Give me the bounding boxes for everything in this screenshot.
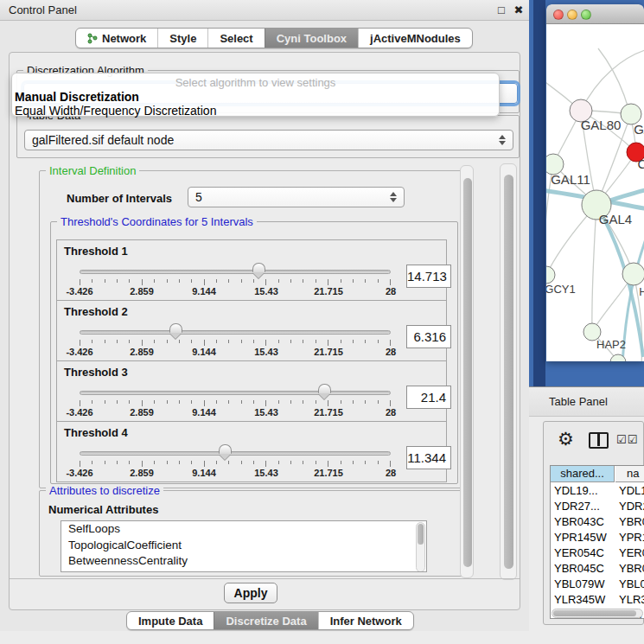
cell-shared-name: YER054C (554, 545, 604, 561)
scale-label: 9.144 (192, 286, 216, 296)
table-horizontal-scrollbar[interactable] (552, 609, 643, 618)
tab-cyni-toolbox[interactable]: Cyni Toolbox (265, 29, 358, 48)
table-row[interactable]: YBR043CYBR0 (551, 514, 644, 530)
minimize-traffic-light-icon[interactable] (567, 10, 577, 20)
column-header-shared[interactable]: shared... (551, 466, 615, 482)
scale-label: 28 (386, 347, 396, 357)
cell-name: YBL0 (619, 577, 644, 592)
threshold-slider-thumb[interactable] (252, 263, 265, 278)
scale-label: 2.859 (130, 286, 154, 296)
tab-style[interactable]: Style (157, 29, 207, 48)
apply-button[interactable]: Apply (224, 583, 277, 603)
threshold-slider-track[interactable] (80, 270, 391, 274)
attributes-group-label: Attributes to discretize (46, 484, 163, 497)
table-row[interactable]: YDL19...YDL1 (551, 483, 644, 499)
tab-select[interactable]: Select (207, 29, 264, 48)
scale-label: -3.426 (66, 347, 92, 357)
gear-icon[interactable]: ⚙ (558, 429, 574, 450)
numerical-attributes-list[interactable]: SelfLoopsTopologicalCoefficientBetweenne… (61, 520, 427, 572)
cell-shared-name: YBR043C (554, 514, 604, 530)
threshold-value-field[interactable]: 6.316 (406, 325, 451, 348)
scale-label: 21.715 (314, 286, 343, 296)
bottom-tab-impute-data[interactable]: Impute Data (127, 612, 214, 629)
checkbox-checked-icons[interactable]: ☑☑ (616, 433, 638, 446)
algorithm-dropdown-popup: Select algorithm to view settings Manual… (11, 73, 500, 117)
scale-label: -3.426 (66, 407, 92, 418)
scale-label: 21.715 (314, 407, 343, 418)
interval-definition-label: Interval Definition (46, 164, 139, 177)
slider-ticks (80, 340, 391, 347)
threshold-slider-track[interactable] (80, 391, 391, 395)
network-edge[interactable] (581, 50, 644, 111)
stepper-arrows-icon[interactable] (390, 192, 397, 202)
bottom-tab-infer-network[interactable]: Infer Network (318, 612, 413, 629)
attribute-item[interactable]: BetweennessCentrality (61, 553, 426, 570)
threshold-value-field[interactable]: 11.344 (406, 446, 451, 469)
tab-network[interactable]: Network (76, 29, 157, 48)
threshold-label: Threshold 4 (64, 426, 128, 439)
network-window-titlebar (546, 4, 644, 24)
threshold-slider-thumb[interactable] (219, 444, 232, 460)
attribute-item[interactable]: SelfLoops (61, 521, 426, 538)
algorithm-item-manual[interactable]: Manual Discretization (15, 90, 139, 104)
scale-label: 15.43 (254, 286, 278, 296)
cell-name: YDR2 (619, 499, 644, 514)
threshold-slider-thumb[interactable] (169, 323, 182, 339)
network-canvas[interactable]: GAL80GACGAL11GAL4GCY1HHAP2 (546, 24, 644, 361)
algorithm-placeholder-item[interactable]: Select algorithm to view settings (12, 76, 499, 89)
scale-label: 15.43 (254, 468, 278, 478)
threshold-slider-track[interactable] (80, 451, 391, 456)
network-node-label: C (638, 156, 644, 171)
scale-label: 2.859 (130, 347, 154, 357)
float-window-icon[interactable]: □ (494, 3, 509, 18)
threshold-value-field[interactable]: 21.4 (406, 386, 451, 409)
network-edge[interactable] (598, 48, 636, 152)
tab-jactivemnodules[interactable]: jActiveMNodules (358, 29, 472, 48)
desktop-border-strip (533, 0, 545, 386)
attributes-list-scrollbar[interactable] (416, 522, 425, 572)
close-icon[interactable]: ✖ (511, 3, 526, 18)
table-panel-title: Table Panel (549, 395, 608, 408)
threshold-slider-track[interactable] (80, 330, 391, 335)
table-panel-titlebar: Table Panel (529, 386, 644, 417)
close-traffic-light-icon[interactable] (553, 10, 564, 20)
control-panel-titlebar: Control Panel □ ✖ (0, 0, 529, 21)
attribute-item[interactable]: TopologicalCoefficient (61, 538, 426, 554)
bottom-tab-discretize-data[interactable]: Discretize Data (214, 612, 317, 629)
slider-scale-labels: -3.4262.8599.14415.4321.71528 (80, 347, 391, 359)
table-data-combobox[interactable]: galFiltered.sif default node (24, 130, 513, 150)
cell-name: YER0 (619, 545, 644, 561)
table-row[interactable]: YLR345WYLR3 (551, 592, 644, 608)
slider-ticks (80, 461, 391, 468)
split-column-icon[interactable] (589, 432, 609, 449)
table-row[interactable]: YER054CYER0 (551, 545, 644, 561)
stepper-arrows-icon[interactable] (499, 135, 506, 145)
table-row[interactable]: YDR27...YDR2 (551, 499, 644, 514)
network-edge[interactable] (592, 205, 596, 332)
table-row[interactable]: YPR145WYPR1 (551, 530, 644, 545)
threshold-slider-thumb[interactable] (318, 384, 331, 399)
scale-label: 15.43 (254, 407, 278, 418)
zoom-traffic-light-icon[interactable] (581, 10, 591, 20)
cell-shared-name: YDR27... (554, 499, 600, 514)
table-row[interactable]: YBR045CYBR0 (551, 561, 644, 577)
outer-scrollbar[interactable] (500, 163, 517, 580)
inner-scrollbar[interactable] (460, 165, 474, 578)
network-node-gcy1[interactable] (546, 266, 555, 284)
network-node-label: HAP2 (596, 338, 626, 351)
node-table[interactable]: shared... na YDL19...YDL1YDR27...YDR2YBR… (550, 465, 644, 619)
top-tab-bar: NetworkStyleSelectCyni ToolboxjActiveMNo… (75, 28, 473, 48)
cell-name: YBR0 (619, 561, 644, 577)
threshold-panel: Threshold 1 -3.4262.8599.14415.4321.7152… (56, 239, 447, 301)
network-node-h[interactable] (622, 263, 644, 285)
number-of-intervals-combobox[interactable]: 5 (188, 187, 405, 207)
scale-label: 28 (386, 286, 396, 296)
control-panel: Control Panel □ ✖ NetworkStyleSelectCyni… (0, 0, 529, 631)
network-node-label: GCY1 (546, 283, 576, 296)
threshold-panel: Threshold 2 -3.4262.8599.14415.4321.7152… (56, 300, 447, 361)
cell-shared-name: YDL19... (554, 483, 598, 499)
column-header-name[interactable]: na (615, 466, 644, 482)
algorithm-item-equal-width[interactable]: Equal Width/Frequency Discretization (15, 104, 216, 118)
table-row[interactable]: YBL079WYBL0 (551, 577, 644, 592)
threshold-value-field[interactable]: 14.713 (406, 265, 451, 288)
